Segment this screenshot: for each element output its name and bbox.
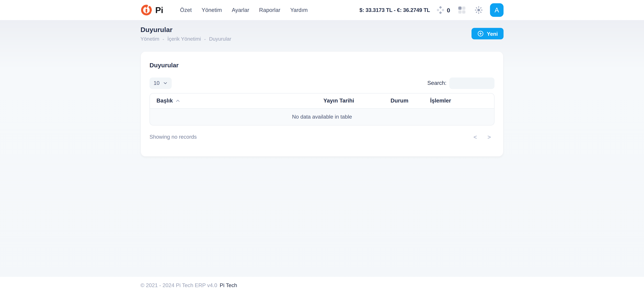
pagination-prev-button[interactable]: <	[470, 132, 480, 142]
breadcrumb-separator: -	[204, 36, 206, 41]
announcements-card: Duyurular 10 Search:	[140, 51, 504, 157]
column-label: Durum	[390, 98, 408, 104]
notification-count: 0	[447, 7, 450, 13]
chevron-down-icon	[163, 81, 168, 85]
brand-name: Pi	[155, 5, 163, 15]
new-button-label: Yeni	[487, 31, 498, 37]
column-header-durum[interactable]: Durum	[384, 93, 424, 108]
pagination: < >	[470, 132, 494, 142]
table-footer: Showing no records < >	[150, 132, 494, 142]
empty-state-row: No data available in table	[150, 108, 494, 125]
page-size-value: 10	[154, 80, 160, 86]
breadcrumb-item-icerik-yonetimi[interactable]: İçerik Yönetimi	[167, 36, 201, 42]
search-input[interactable]	[449, 77, 494, 89]
search-area: Search:	[427, 77, 494, 89]
card-title: Duyurular	[150, 61, 494, 68]
page-size-select[interactable]: 10	[150, 77, 172, 89]
pagination-next-button[interactable]: >	[484, 132, 494, 142]
column-label: İşlemler	[430, 98, 451, 104]
user-avatar[interactable]: A	[490, 3, 504, 17]
apps-grid-button[interactable]	[456, 5, 467, 15]
column-label: Yayın Tarihi	[324, 98, 354, 104]
brand-logo[interactable]: Pi	[140, 4, 163, 16]
table-controls: 10 Search:	[150, 77, 494, 89]
theme-toggle-button[interactable]	[473, 5, 484, 15]
new-announcement-button[interactable]: Yeni	[472, 28, 504, 39]
column-header-yayin-tarihi[interactable]: Yayın Tarihi	[317, 93, 384, 108]
pi-tech-link[interactable]: Pi Tech	[220, 282, 237, 289]
nav-item-yardim[interactable]: Yardım	[290, 0, 308, 20]
records-summary: Showing no records	[150, 134, 197, 140]
page-footer: © 2021 - 2024 Pi Tech ERP v4.0 Pi Tech	[0, 277, 644, 294]
sun-icon	[474, 6, 482, 14]
notifications-button[interactable]: 0	[436, 6, 450, 14]
breadcrumb-item-yonetim[interactable]: Yönetim	[140, 36, 159, 42]
breadcrumb-item-duyurular: Duyurular	[209, 36, 231, 42]
pi-logo-icon	[140, 4, 152, 16]
grid-icon	[458, 6, 466, 14]
plus-circle-icon	[478, 31, 484, 37]
top-navbar: Pi Özet Yönetim Ayarlar Raporlar Yardım …	[0, 0, 644, 20]
main-content: Duyurular Yönetim - İçerik Yönetimi - Du…	[0, 20, 644, 157]
navbar-right: $: 33.3173 TL - €: 36.2749 TL 0	[360, 3, 504, 17]
copyright-text: © 2021 - 2024 Pi Tech ERP v4.0	[140, 282, 217, 289]
nav-item-raporlar[interactable]: Raporlar	[259, 0, 280, 20]
search-label: Search:	[427, 80, 446, 86]
nav-item-yonetim[interactable]: Yönetim	[202, 0, 222, 20]
breadcrumb: Yönetim - İçerik Yönetimi - Duyurular	[140, 36, 231, 42]
column-header-baslik[interactable]: Başlık	[150, 93, 317, 108]
app-root: Pi Özet Yönetim Ayarlar Raporlar Yardım …	[0, 0, 644, 294]
page-title: Duyurular	[140, 26, 231, 34]
nav-item-ozet[interactable]: Özet	[180, 0, 192, 20]
announcements-table: Başlık Yayın Tar	[150, 93, 494, 126]
sort-asc-icon	[175, 98, 180, 103]
empty-state-message: No data available in table	[150, 108, 494, 125]
breadcrumb-separator: -	[162, 36, 164, 41]
column-label: Başlık	[156, 98, 173, 104]
currency-rates: $: 33.3173 TL - €: 36.2749 TL	[360, 7, 430, 13]
main-nav: Özet Yönetim Ayarlar Raporlar Yardım	[180, 0, 360, 20]
table-header-row: Başlık Yayın Tar	[150, 93, 494, 108]
diamonds-icon	[436, 6, 445, 14]
column-header-islemler[interactable]: İşlemler	[424, 93, 494, 108]
nav-item-ayarlar[interactable]: Ayarlar	[232, 0, 249, 20]
page-header: Duyurular Yönetim - İçerik Yönetimi - Du…	[140, 26, 504, 42]
